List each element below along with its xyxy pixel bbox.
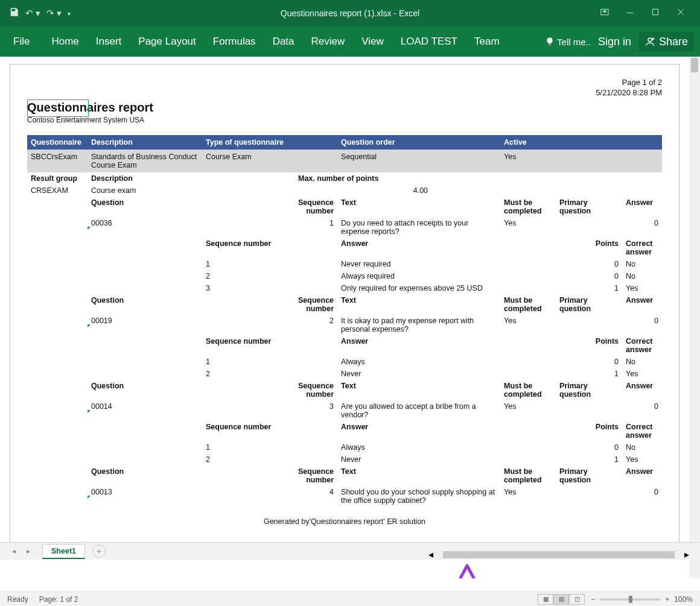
sheet-tab[interactable]: Sheet1 [42, 544, 85, 559]
tab-view[interactable]: View [353, 27, 392, 57]
page-number: Page 1 of 2 [27, 78, 662, 88]
tell-me[interactable]: Tell me.. [545, 37, 591, 47]
share-button[interactable]: Share [638, 32, 694, 52]
tab-data[interactable]: Data [264, 27, 303, 57]
share-label: Share [659, 36, 688, 48]
ribbon: File Home Insert Page Layout Formulas Da… [0, 27, 700, 57]
undo-icon[interactable]: ↶ ▾ [25, 8, 40, 19]
ribbon-options-icon[interactable] [600, 7, 609, 19]
title-bar: ↶ ▾ ↷ ▾ ▾ Questionnaires report (1).xlsx… [0, 0, 700, 27]
add-sheet-button[interactable]: + [92, 544, 106, 558]
report-footer: Generated by'Questionnaires report' ER s… [27, 517, 662, 526]
page-timestamp: 5/21/2020 8:28 PM [27, 88, 662, 98]
horizontal-scrollbar[interactable]: ◂▸ [428, 549, 689, 560]
share-person-icon [644, 36, 655, 47]
report-title: Questionnaires report [27, 101, 153, 115]
minimize-icon[interactable] [625, 7, 635, 19]
result-group-desc: Course exam [88, 185, 202, 197]
qat-dropdown-icon[interactable]: ▾ [68, 10, 71, 17]
col-active: Active [500, 135, 662, 150]
result-group-label: Result group [27, 172, 88, 185]
col-description: Description [88, 135, 202, 150]
close-icon[interactable] [676, 7, 686, 19]
col-questionnaire: Questionnaire [27, 135, 88, 150]
lightbulb-icon [545, 37, 555, 46]
tab-home[interactable]: Home [43, 27, 87, 57]
tab-load-test[interactable]: LOAD TEST [392, 27, 466, 57]
tab-file[interactable]: File [0, 27, 43, 57]
worksheet-area: Page 1 of 2 5/21/2020 8:28 PM Questionna… [0, 57, 700, 578]
print-preview-page: Page 1 of 2 5/21/2020 8:28 PM Questionna… [10, 64, 679, 552]
report-subtitle: Contoso Entertainment System USA [27, 116, 662, 124]
result-group-id: CRSEXAM [27, 185, 88, 197]
maximize-icon[interactable] [651, 7, 660, 19]
save-icon[interactable] [8, 7, 19, 20]
window-title: Questionnaires report (1).xlsx - Excel [281, 8, 419, 18]
report-table: Questionnaire Description Type of questi… [27, 135, 662, 507]
sign-in-button[interactable]: Sign in [594, 36, 635, 48]
svg-point-5 [648, 38, 652, 42]
col-order: Question order [337, 135, 500, 150]
sheet-nav-next[interactable]: ▸ [27, 547, 30, 555]
annotation-arrow [454, 563, 480, 578]
sheet-nav-prev[interactable]: ◂ [12, 547, 16, 555]
result-group-max: 4.00 [294, 185, 500, 197]
tab-review[interactable]: Review [303, 27, 354, 57]
rg-desc-label: Description [88, 172, 202, 185]
questionnaire-row: SBCCrsExamStandards of Business Conduct … [27, 150, 662, 172]
tab-formulas[interactable]: Formulas [205, 27, 264, 57]
tab-page-layout[interactable]: Page Layout [130, 27, 204, 57]
tab-team[interactable]: Team [466, 27, 508, 57]
redo-icon[interactable]: ↷ ▾ [46, 8, 62, 19]
tab-insert[interactable]: Insert [88, 27, 130, 57]
rg-max-label: Max. number of points [294, 172, 500, 185]
tell-me-label: Tell me.. [557, 37, 591, 47]
svg-rect-2 [652, 9, 658, 14]
quick-access-toolbar: ↶ ▾ ↷ ▾ ▾ [0, 7, 71, 20]
vertical-scrollbar[interactable] [689, 57, 700, 578]
col-type: Type of questionnaire [202, 135, 337, 150]
